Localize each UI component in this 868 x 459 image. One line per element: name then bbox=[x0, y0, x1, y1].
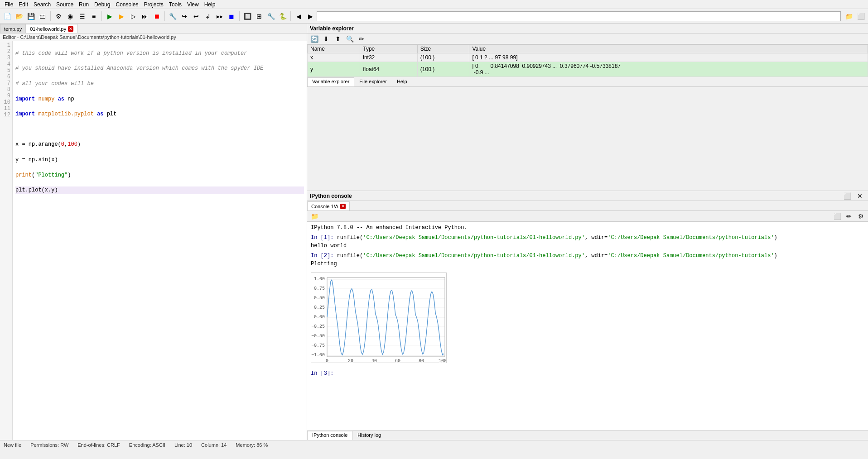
back-btn[interactable]: ◀ bbox=[293, 11, 304, 22]
save-btn[interactable]: 💾 bbox=[25, 11, 36, 22]
menu-help[interactable]: Help bbox=[202, 0, 218, 9]
step-over-btn[interactable]: ↩ bbox=[191, 11, 202, 22]
var-explorer-title: Variable explorer bbox=[310, 25, 354, 32]
console-tabs: Console 1/A ✕ bbox=[307, 201, 868, 211]
console-edit-btn[interactable]: ✏ bbox=[844, 211, 854, 222]
tab-variable-explorer[interactable]: Variable explorer bbox=[307, 77, 354, 86]
status-line: Line: 10 bbox=[174, 442, 192, 448]
maximize-btn[interactable]: ⬜ bbox=[855, 11, 866, 22]
run-selection-btn[interactable]: ▷ bbox=[128, 11, 139, 22]
var-type-x: int32 bbox=[360, 53, 418, 62]
code-area[interactable]: # this code will work if a python versio… bbox=[13, 41, 307, 440]
python-btn[interactable]: 🐍 bbox=[277, 11, 288, 22]
console-tab-close[interactable]: ✕ bbox=[340, 204, 346, 209]
console-options-btn[interactable]: ⬜ bbox=[832, 211, 843, 222]
menu-source[interactable]: Source bbox=[53, 0, 76, 9]
continue-btn[interactable]: ▸▸ bbox=[214, 11, 225, 22]
btn4[interactable]: ≡ bbox=[88, 11, 99, 22]
new-file-btn[interactable]: 📄 bbox=[2, 11, 13, 22]
svg-text:0: 0 bbox=[326, 359, 328, 363]
tab-helloworld-py-label: 01-helloworld.py bbox=[30, 26, 66, 32]
var-explorer-toolbar: 🔄 ⬇ ⬆ 🔍 ✏ bbox=[307, 33, 868, 44]
console-in3: In [3]: bbox=[311, 369, 864, 378]
step-btn[interactable]: ⏭ bbox=[140, 11, 150, 22]
folder-btn[interactable]: 📁 bbox=[844, 11, 854, 22]
var-row-y[interactable]: y float64 (100,) [ 0. 0.84147098 0.90929… bbox=[308, 62, 868, 77]
editor-panel: temp.py 01-helloworld.py ✕ Editor - C:\U… bbox=[0, 24, 307, 440]
var-search-btn[interactable]: 🔍 bbox=[344, 33, 355, 44]
sep5 bbox=[290, 11, 291, 21]
forward-btn[interactable]: ▶ bbox=[305, 11, 316, 22]
console-in1-out: hello world bbox=[311, 242, 864, 250]
col-size: Size bbox=[417, 45, 469, 53]
svg-text:−0.50: −0.50 bbox=[311, 334, 325, 339]
console-panel: IPython console ⬜ ✕ Console 1/A ✕ 📁 ⬜ bbox=[307, 191, 868, 440]
tab-console-1[interactable]: Console 1/A ✕ bbox=[307, 201, 350, 210]
var-export-btn[interactable]: ⬆ bbox=[333, 33, 343, 44]
btn3[interactable]: ☰ bbox=[77, 11, 87, 22]
tab-helloworld-py[interactable]: 01-helloworld.py ✕ bbox=[26, 24, 77, 33]
step-into-btn[interactable]: ↪ bbox=[179, 11, 190, 22]
var-import-btn[interactable]: ⬇ bbox=[321, 33, 332, 44]
wrench-btn[interactable]: 🔧 bbox=[265, 11, 276, 22]
menu-tools[interactable]: Tools bbox=[166, 0, 184, 9]
svg-text:20: 20 bbox=[348, 359, 353, 363]
stop-debug-btn[interactable]: ◼ bbox=[226, 11, 237, 22]
tab-helloworld-close[interactable]: ✕ bbox=[68, 26, 73, 32]
status-permissions: Permissions: RW bbox=[30, 442, 68, 448]
var-refresh-btn[interactable]: 🔄 bbox=[309, 33, 320, 44]
menu-view[interactable]: View bbox=[184, 0, 202, 9]
stop-btn[interactable]: ⏹ bbox=[151, 11, 162, 22]
tab-ipython-console[interactable]: IPython console bbox=[307, 431, 352, 440]
console-folder-btn[interactable]: 📁 bbox=[309, 211, 320, 222]
menu-projects[interactable]: Projects bbox=[141, 0, 166, 9]
svg-text:40: 40 bbox=[371, 359, 377, 363]
console-title: IPython console bbox=[310, 193, 352, 199]
menu-debug[interactable]: Debug bbox=[92, 0, 113, 9]
tab-file-explorer[interactable]: File explorer bbox=[354, 77, 392, 86]
tab-temp-py-label: temp.py bbox=[4, 26, 22, 32]
var-name-y: y bbox=[308, 62, 360, 77]
step-out-btn[interactable]: ↲ bbox=[203, 11, 213, 22]
svg-text:1.00: 1.00 bbox=[314, 277, 325, 282]
menu-search[interactable]: Search bbox=[31, 0, 53, 9]
var-options-btn[interactable]: ✏ bbox=[356, 33, 367, 44]
var-row-x[interactable]: x int32 (100,) [ 0 1 2 ... 97 98 99] bbox=[308, 53, 868, 62]
console-content[interactable]: IPython 7.8.0 -- An enhanced Interactive… bbox=[307, 222, 868, 430]
svg-text:0.75: 0.75 bbox=[314, 286, 325, 291]
find2-btn[interactable]: ⊞ bbox=[254, 11, 265, 22]
run-btn[interactable]: ▶ bbox=[104, 11, 115, 22]
console-header: IPython console ⬜ ✕ bbox=[307, 191, 868, 201]
find-btn[interactable]: 🔲 bbox=[242, 11, 253, 22]
plot-container: 1.00 0.75 0.50 0.25 0.00 −0.25 −0.50 −0.… bbox=[311, 271, 864, 367]
statusbar: New file Permissions: RW End-of-lines: C… bbox=[0, 440, 868, 449]
menu-run[interactable]: Run bbox=[76, 0, 92, 9]
save-all-btn[interactable]: 🗃 bbox=[37, 11, 48, 22]
open-file-btn[interactable]: 📂 bbox=[14, 11, 24, 22]
path-input[interactable]: C:\Users\Deepak Samuel\Documents\python-… bbox=[317, 11, 841, 21]
preferences-btn[interactable]: ⚙ bbox=[53, 11, 64, 22]
menu-file[interactable]: File bbox=[2, 0, 16, 9]
main-area: temp.py 01-helloworld.py ✕ Editor - C:\U… bbox=[0, 24, 868, 440]
status-eol: End-of-lines: CRLF bbox=[77, 442, 120, 448]
var-value-y: [ 0. 0.84147098 0.90929743 ... 0.3796077… bbox=[469, 62, 868, 77]
console-bottom-tabs: IPython console History log bbox=[307, 430, 868, 440]
status-encoding: Encoding: ASCII bbox=[129, 442, 165, 448]
svg-text:−0.25: −0.25 bbox=[311, 324, 325, 329]
menu-edit[interactable]: Edit bbox=[16, 0, 31, 9]
run-cell-btn[interactable]: ▶ bbox=[116, 11, 127, 22]
btn2[interactable]: ◉ bbox=[65, 11, 76, 22]
console-gear-btn[interactable]: ⚙ bbox=[855, 211, 866, 222]
svg-text:−1.00: −1.00 bbox=[311, 353, 325, 358]
console-in2-cmd: In [2]: runfile('C:/Users/Deepak Samuel/… bbox=[311, 252, 864, 260]
console-close-btn[interactable]: ✕ bbox=[854, 191, 865, 201]
tab-temp-py[interactable]: temp.py bbox=[0, 24, 26, 33]
console-tab-label: Console 1/A bbox=[311, 204, 338, 209]
tab-history-log[interactable]: History log bbox=[352, 431, 386, 440]
menu-bar: File Edit Search Source Run Debug Consol… bbox=[0, 0, 868, 9]
console-welcome: IPython 7.8.0 -- An enhanced Interactive… bbox=[311, 224, 864, 232]
tab-help[interactable]: Help bbox=[392, 77, 412, 86]
menu-consoles[interactable]: Consoles bbox=[113, 0, 141, 9]
console-maximize-btn[interactable]: ⬜ bbox=[842, 191, 853, 201]
debug-btn[interactable]: 🔧 bbox=[167, 11, 178, 22]
